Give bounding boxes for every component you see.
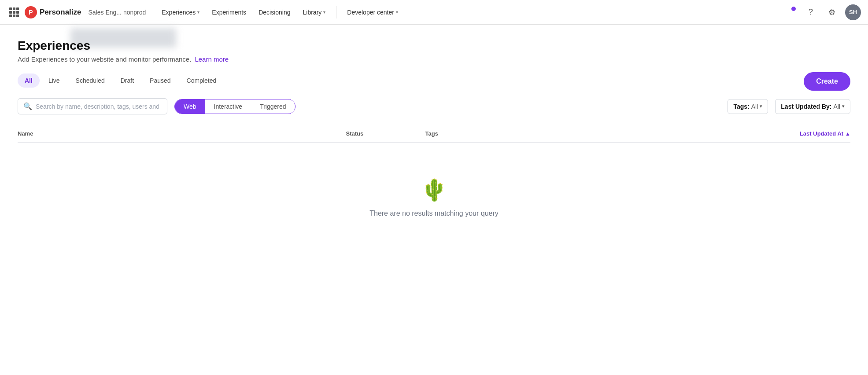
nav-right: ? ⚙ SH (793, 4, 861, 20)
nav-item-experiences[interactable]: Experiences ▾ (156, 6, 205, 18)
tab-live[interactable]: Live (41, 74, 67, 88)
nav-item-developer-center[interactable]: Developer center ▾ (342, 6, 403, 18)
search-icon: 🔍 (23, 102, 32, 110)
subtitle-text: Add Experiences to your website and moni… (18, 55, 191, 63)
grid-icon (9, 7, 19, 17)
chevron-down-icon: ▾ (760, 103, 762, 109)
topnav: P Personalize Sales Eng... nonprod Exper… (0, 0, 868, 25)
logo-icon: P (25, 6, 37, 18)
last-updated-by-filter-dropdown[interactable]: Last Updated By: All ▾ (775, 99, 850, 114)
tab-scheduled[interactable]: Scheduled (69, 74, 112, 88)
col-header-status: Status (346, 130, 425, 137)
table-header: Name Status Tags Last Updated At ▲ (18, 125, 850, 143)
type-tab-interactive[interactable]: Interactive (205, 99, 251, 114)
chevron-down-icon: ▾ (396, 10, 398, 15)
logo-area[interactable]: P Personalize (25, 6, 81, 18)
search-input[interactable] (36, 103, 162, 110)
app-name: Personalize (40, 8, 81, 17)
nav-items: Experiences ▾ Experiments Decisioning Li… (156, 6, 790, 18)
create-button[interactable]: Create (804, 72, 850, 91)
nav-item-decisioning[interactable]: Decisioning (253, 6, 295, 18)
cactus-icon: 🌵 (421, 178, 447, 202)
user-avatar[interactable]: SH (845, 4, 861, 20)
last-updated-by-label: Last Updated By: (781, 103, 831, 110)
settings-button[interactable]: ⚙ (824, 4, 840, 20)
col-header-name: Name (18, 130, 346, 137)
nav-item-library[interactable]: Library ▾ (298, 6, 331, 18)
chevron-down-icon: ▾ (323, 10, 325, 15)
help-button[interactable]: ? (803, 4, 819, 20)
type-tab-web[interactable]: Web (175, 99, 205, 114)
sort-ascending-icon: ▲ (845, 131, 850, 137)
status-tabs: All Live Scheduled Draft Paused Complete… (18, 74, 850, 88)
learn-more-link[interactable]: Learn more (195, 55, 229, 63)
create-button-area: Create (804, 72, 850, 91)
nav-item-experiments[interactable]: Experiments (207, 6, 251, 18)
empty-state-message: There are no results matching your query (369, 210, 499, 217)
col-header-last-updated-at[interactable]: Last Updated At ▲ (753, 130, 850, 137)
page-subtitle: Add Experiences to your website and moni… (18, 55, 850, 63)
chevron-down-icon: ▾ (197, 10, 199, 15)
workspace-label[interactable]: Sales Eng... nonprod (89, 9, 146, 16)
tab-paused[interactable]: Paused (143, 74, 177, 88)
page-header: Experiences Add Experiences to your webs… (18, 39, 850, 63)
chevron-down-icon: ▾ (842, 103, 845, 109)
nav-divider (336, 6, 336, 18)
notification-area (793, 10, 798, 15)
col-header-tags: Tags (425, 130, 754, 137)
last-updated-by-value: All (833, 103, 840, 110)
tags-filter-dropdown[interactable]: Tags: All ▾ (728, 99, 768, 114)
grid-menu-button[interactable] (7, 5, 21, 19)
search-container: 🔍 (18, 98, 167, 114)
type-tab-triggered[interactable]: Triggered (251, 99, 295, 114)
tags-filter-value: All (751, 103, 758, 110)
tab-draft[interactable]: Draft (114, 74, 141, 88)
page-title: Experiences (18, 39, 850, 53)
empty-state: 🌵 There are no results matching your que… (18, 143, 850, 253)
tab-all[interactable]: All (18, 74, 40, 88)
notification-dot (791, 7, 796, 11)
filter-row: 🔍 Web Interactive Triggered Tags: All ▾ … (18, 98, 850, 114)
main-content: Create Experiences Add Experiences to yo… (0, 25, 868, 267)
type-tabs: Web Interactive Triggered (174, 99, 295, 114)
tab-completed[interactable]: Completed (180, 74, 224, 88)
tags-filter-label: Tags: (733, 103, 749, 110)
right-filters: Tags: All ▾ Last Updated By: All ▾ (728, 99, 850, 114)
